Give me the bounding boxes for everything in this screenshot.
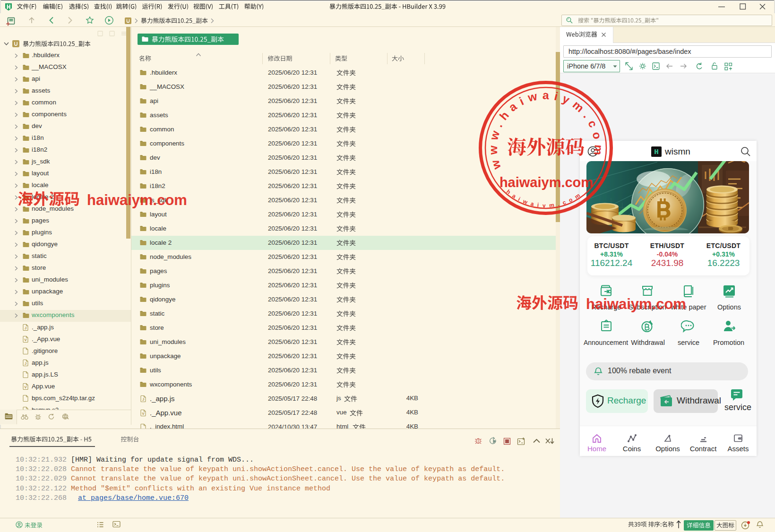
svg-text:V: V	[24, 385, 26, 389]
svg-text:J: J	[25, 326, 26, 330]
svg-text:V: V	[142, 412, 144, 416]
svg-text:J: J	[142, 397, 144, 402]
svg-text:J: J	[25, 361, 26, 366]
svg-text:www.haiwaiym.com: www.haiwaiym.com	[487, 89, 605, 172]
svg-text:V: V	[24, 338, 26, 342]
svg-text:haiwaiym.com: haiwaiym.com	[499, 175, 593, 190]
